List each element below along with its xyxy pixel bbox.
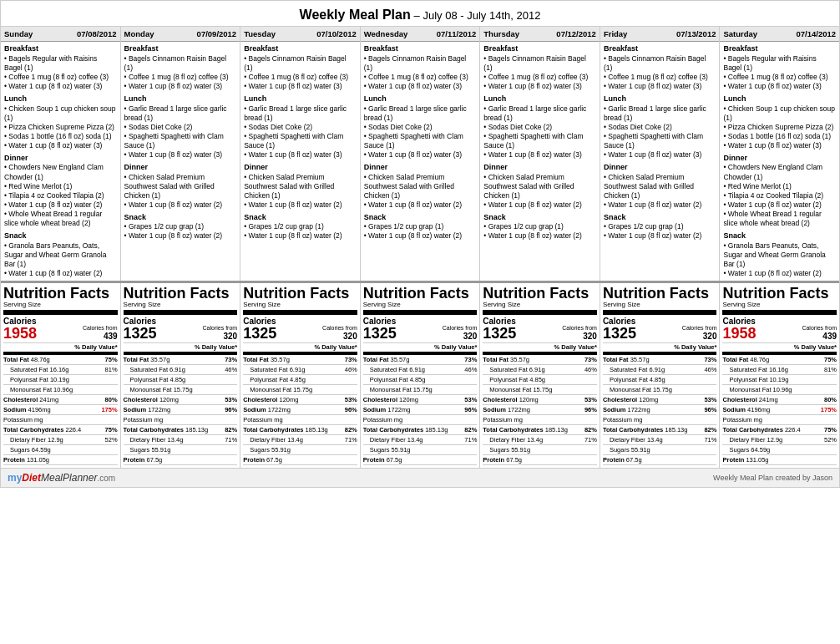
day-date: 07/10/2012 xyxy=(316,29,357,38)
nf-total-fat: Total Fat 35.57g73% xyxy=(603,355,717,365)
dinner-title: Dinner xyxy=(723,154,836,164)
nf-total-fat: Total Fat 48.76g75% xyxy=(3,355,118,365)
page-footer: myDietMealPlanner.com Weekly Meal Plan c… xyxy=(1,468,839,487)
nf-total-fat: Total Fat 35.57g73% xyxy=(483,355,597,365)
nf-protein: Protein 67.5g xyxy=(603,455,717,465)
nf-dietary-fiber: Dietary Fiber 13.4g71% xyxy=(243,435,357,445)
nf-total-carbs: Total Carbohydrates 185.13g82% xyxy=(483,425,597,435)
days-container: Sunday07/08/2012Breakfast• Bagels Regula… xyxy=(1,27,839,281)
nf-sat-fat: Saturated Fat 16.16g81% xyxy=(722,365,837,375)
dinner-title: Dinner xyxy=(124,163,237,173)
dinner-title: Dinner xyxy=(604,163,716,173)
lunch-item: • Garlic Bread 1 large slice garlic brea… xyxy=(244,104,357,123)
lunch-item: • Sodas Diet Coke (2) xyxy=(124,123,237,132)
nf-total-carbs: Total Carbohydrates 185.13g82% xyxy=(363,425,478,435)
breakfast-item: • Water 1 cup (8 fl oz) water (3) xyxy=(244,82,357,91)
snack-item: • Grapes 1/2 cup grap (1) xyxy=(604,222,716,231)
nf-sodium: Sodium 4196mg175% xyxy=(3,405,118,415)
dinner-item: • Tilapia 4 oz Cooked Tilapia (2) xyxy=(4,191,117,200)
breakfast-item: • Bagels Regular with Raisins Bagel (1) xyxy=(723,54,836,73)
snack-title: Snack xyxy=(604,213,716,223)
nf-total-carbs: Total Carbohydrates 185.13g82% xyxy=(603,425,717,435)
nf-mono-fat: Monounsat Fat 15.75g xyxy=(243,385,357,395)
day-content-0: Breakfast• Bagels Regular with Raisins B… xyxy=(1,42,120,281)
nf-sugars: Sugars 64.59g xyxy=(722,445,837,455)
nf-total-carbs: Total Carbohydrates 185.13g82% xyxy=(243,425,357,435)
breakfast-item: • Water 1 cup (8 fl oz) water (3) xyxy=(723,82,836,91)
breakfast-item: • Coffee 1 mug (8 fl oz) coffee (3) xyxy=(604,73,716,82)
nf-mono-fat: Monounsat Fat 15.75g xyxy=(483,385,597,395)
lunch-item: • Sodas 1 bottle (16 fl oz) soda (1) xyxy=(723,132,836,141)
breakfast-item: • Water 1 cup (8 fl oz) water (3) xyxy=(364,82,477,91)
page-title: Weekly Meal Plan xyxy=(300,8,411,22)
nf-calories-label: Calories 1325 xyxy=(243,317,276,341)
dinner-item: • Water 1 cup (8 fl oz) water (2) xyxy=(124,200,237,210)
dinner-item: • Water 1 cup (8 fl oz) water (2) xyxy=(483,200,596,210)
nf-serving: Serving Size xyxy=(3,301,118,308)
snack-item: • Grapes 1/2 cup grap (1) xyxy=(364,222,477,231)
nf-sodium: Sodium 1722mg96% xyxy=(124,405,238,415)
snack-title: Snack xyxy=(483,213,596,223)
nf-calories-label: Calories 1958 xyxy=(722,317,756,341)
nutrition-col-tuesday: Nutrition Facts Serving Size Calories 13… xyxy=(240,283,361,468)
lunch-title: Lunch xyxy=(244,94,357,104)
breakfast-item: • Bagels Cinnamon Raisin Bagel (1) xyxy=(124,54,237,73)
nf-title: Nutrition Facts xyxy=(3,286,118,301)
nf-cal-from-block: Calories from 320 xyxy=(562,324,597,341)
nf-cal-num: 1325 xyxy=(483,325,516,342)
breakfast-item: • Coffee 1 mug (8 fl oz) coffee (3) xyxy=(244,73,357,82)
breakfast-item: • Water 1 cup (8 fl oz) water (3) xyxy=(124,82,237,91)
breakfast-item: • Water 1 cup (8 fl oz) water (3) xyxy=(604,82,716,91)
lunch-item: • Spaghetti Spaghetti with Clam Sauce (1… xyxy=(244,132,357,150)
nf-cal-from-num: 439 xyxy=(104,332,118,341)
lunch-item: • Spaghetti Spaghetti with Clam Sauce (1… xyxy=(124,132,237,150)
dinner-item: • Water 1 cup (8 fl oz) water (2) xyxy=(723,200,836,210)
dinner-item: • Red Wine Merlot (1) xyxy=(723,182,836,191)
nf-cholesterol: Cholesterol 120mg53% xyxy=(363,395,478,405)
lunch-item: • Chicken Soup 1 cup chicken soup (1) xyxy=(723,104,836,123)
nf-protein: Protein 67.5g xyxy=(243,455,357,465)
nf-poly-fat: Polyunsat Fat 4.85g xyxy=(603,375,717,385)
nf-total-fat: Total Fat 48.76g75% xyxy=(722,355,837,365)
lunch-item: • Sodas Diet Coke (2) xyxy=(244,123,357,132)
nf-sugars: Sugars 55.91g xyxy=(603,445,717,455)
nf-total-carbs: Total Carbohydrates 226.475% xyxy=(3,425,118,435)
lunch-item: • Sodas Diet Coke (2) xyxy=(483,123,596,132)
day-content-6: Breakfast• Bagels Regular with Raisins B… xyxy=(720,42,839,281)
logo-meal: Meal xyxy=(41,472,63,484)
nf-calories-label: Calories 1325 xyxy=(603,317,636,341)
nf-title: Nutrition Facts xyxy=(124,286,238,301)
nf-serving: Serving Size xyxy=(243,301,357,308)
logo-planner: Planner xyxy=(63,472,97,484)
day-col-friday: Friday07/13/2012Breakfast• Bagels Cinnam… xyxy=(600,27,721,281)
footer-logo: myDietMealPlanner.com xyxy=(8,472,115,484)
lunch-item: • Water 1 cup (8 fl oz) water (3) xyxy=(244,150,357,160)
breakfast-item: • Coffee 1 mug (8 fl oz) coffee (3) xyxy=(364,73,477,82)
nf-cal-from-label: Calories from xyxy=(802,325,837,331)
nf-title: Nutrition Facts xyxy=(603,286,717,301)
nf-cal-from-num: 320 xyxy=(223,332,237,341)
snack-item: • Water 1 cup (8 fl oz) water (2) xyxy=(604,231,716,241)
nf-sat-fat: Saturated Fat 6.91g46% xyxy=(483,365,597,375)
snack-item: • Water 1 cup (8 fl oz) water (2) xyxy=(723,269,836,278)
dinner-item: • Tilapia 4 oz Cooked Tilapia (2) xyxy=(723,191,836,200)
nf-sugars: Sugars 55.91g xyxy=(363,445,478,455)
nf-calories-row: Calories 1325 Calories from 320 xyxy=(483,310,597,343)
nf-calories-row: Calories 1325 Calories from 320 xyxy=(124,310,238,343)
day-header-0: Sunday07/08/2012 xyxy=(1,27,120,42)
snack-item: • Water 1 cup (8 fl oz) water (2) xyxy=(124,231,237,241)
nf-cal-num: 1958 xyxy=(3,325,37,342)
nf-cal-num: 1325 xyxy=(603,325,636,342)
nf-potassium: Potassium mg xyxy=(722,415,837,425)
nf-sugars: Sugars 64.59g xyxy=(3,445,118,455)
nf-protein: Protein 67.5g xyxy=(124,455,238,465)
breakfast-item: • Coffee 1 mug (8 fl oz) coffee (3) xyxy=(124,73,237,82)
breakfast-title: Breakfast xyxy=(4,44,117,54)
nf-mono-fat: Monounsat Fat 15.75g xyxy=(363,385,478,395)
nf-calories-label: Calories 1325 xyxy=(124,317,157,341)
lunch-item: • Sodas Diet Coke (2) xyxy=(364,123,477,132)
lunch-title: Lunch xyxy=(4,94,117,104)
nf-protein: Protein 131.05g xyxy=(722,455,837,465)
dinner-item: • Whole Wheat Bread 1 regular slice whol… xyxy=(723,210,836,228)
day-header-2: Tuesday07/10/2012 xyxy=(240,27,360,42)
